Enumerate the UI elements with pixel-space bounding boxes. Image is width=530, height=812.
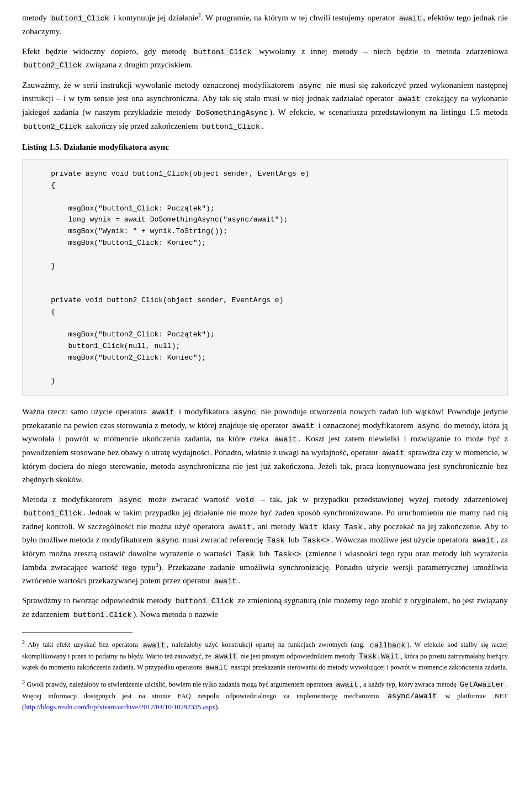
code-async-5: async: [155, 536, 181, 545]
code-getawaiter: GetAwaiter: [458, 681, 506, 689]
code-await-fn2b: await: [213, 652, 239, 661]
paragraph-4: Ważna rzecz: samo użycie operatora await…: [22, 405, 508, 486]
code-button2click-2: button2_Click: [22, 123, 83, 131]
code-button1click-5: button1_Click: [174, 597, 235, 605]
code-task-generic-2: Task<>: [273, 550, 303, 558]
page-content: metody button1_Click i kontynuuje jej dz…: [22, 11, 508, 713]
code-await-7: await: [227, 523, 253, 531]
code-button2click-1: button2_Click: [22, 61, 83, 70]
code-await-fn2c: await: [204, 663, 230, 672]
code-button1click-4: button1_Click: [22, 509, 83, 518]
code-task-3: Task: [235, 550, 256, 558]
listing-title: Listing 1.5. Działanie modyfikatora asyn…: [22, 140, 508, 154]
footnote-num-3: 3: [22, 679, 25, 685]
code-await-2: await: [396, 95, 422, 103]
code-block-listing15: private async void button1_Click(object …: [22, 159, 508, 396]
code-await-fn3: await: [334, 681, 360, 689]
footnote-ref-2: 2: [198, 12, 201, 18]
code-callback: callback: [368, 641, 407, 650]
code-void: void: [235, 496, 256, 504]
code-async-2: async: [232, 408, 258, 416]
code-await-4: await: [290, 422, 316, 430]
code-button1-click-event: button1.Click: [72, 611, 133, 619]
code-async-3: async: [416, 422, 442, 430]
code-await-9: await: [213, 577, 239, 586]
code-button1click-2: button1_Click: [192, 48, 253, 56]
code-asyncawait-fn3: async/await: [386, 692, 438, 700]
paragraph-6: Sprawdźmy to tworząc odpowiednik metody …: [22, 594, 508, 621]
footnote-divider: [22, 632, 132, 632]
code-await-5: await: [273, 435, 299, 444]
code-button1click: button1_Click: [49, 14, 110, 23]
footnote-num-2: 2: [22, 639, 25, 645]
footnote-3: 3 Gwoli prawdy, należałoby to stwierdzen…: [22, 678, 508, 712]
code-async-4: async: [118, 496, 144, 504]
intro-paragraph: metody button1_Click i kontynuuje jej dz…: [22, 11, 508, 38]
code-await-6: await: [380, 449, 406, 457]
paragraph-5: Metoda z modyfikatorem async może zwraca…: [22, 493, 508, 588]
code-async-1: async: [297, 82, 323, 90]
code-task-2: Task: [265, 536, 286, 545]
code-await-3: await: [150, 408, 176, 416]
code-button1click-3: button1_Click: [200, 123, 261, 131]
code-wait: Wait: [299, 523, 320, 531]
code-await-1: await: [398, 14, 423, 23]
paragraph-2: Efekt będzie widoczny dopiero, gdy metod…: [22, 45, 508, 72]
code-await-8: await: [471, 536, 497, 545]
footnote-section: 2 Aby taki efekt uzyskać bez operatora a…: [22, 638, 508, 712]
footnote-ref-3: 3: [156, 562, 158, 568]
footnote-2: 2 Aby taki efekt uzyskać bez operatora a…: [22, 638, 508, 673]
code-task-1: Task: [343, 523, 364, 531]
code-taskwait: Task.Wait: [357, 652, 401, 661]
paragraph-3: Zauważmy, że w serii instrukcji wywołani…: [22, 78, 508, 133]
code-task-generic-1: Task<>: [301, 536, 331, 545]
footnote-link[interactable]: http://blogs.msdn.com/b/pfxteam/archive/…: [24, 703, 215, 711]
code-await-fn2: await: [141, 641, 167, 650]
code-dosomethingasync: DoSomethingAsync: [195, 109, 270, 117]
